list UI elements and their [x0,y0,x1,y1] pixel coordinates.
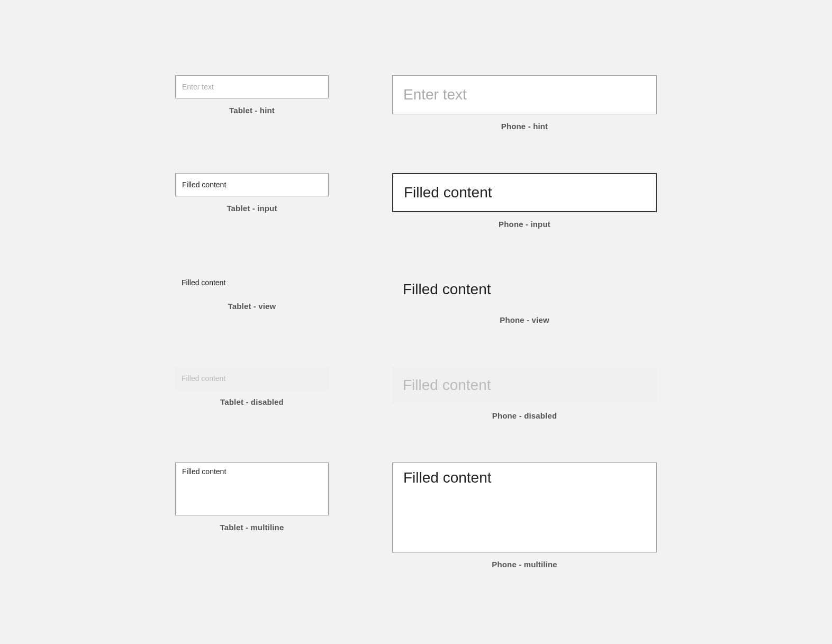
phone-view-group: Filled content Phone - view [392,271,657,324]
tablet-view-text: Filled content [182,278,225,287]
phone-disabled-label: Phone - disabled [492,411,557,420]
phone-multiline-label: Phone - multiline [492,560,557,569]
tablet-disabled-group: Filled content Tablet - disabled [175,367,329,406]
tablet-input-group: Tablet - input [175,173,329,213]
row-disabled: Filled content Tablet - disabled Filled … [64,346,768,441]
phone-view-field: Filled content [392,271,657,308]
phone-input-field[interactable] [392,173,657,212]
phone-view-label: Phone - view [500,315,549,324]
tablet-multiline-field[interactable]: Filled content [175,462,329,515]
tablet-view-label: Tablet - view [228,302,276,311]
tablet-view-group: Filled content Tablet - view [175,271,329,311]
phone-multiline-group: Filled content Phone - multiline [392,462,657,569]
phone-disabled-field: Filled content [392,367,657,404]
tablet-multiline-label: Tablet - multiline [220,523,284,532]
tablet-multiline-group: Filled content Tablet - multiline [175,462,329,532]
row-view: Filled content Tablet - view Filled cont… [64,250,768,346]
phone-multiline-field[interactable]: Filled content [392,462,657,552]
tablet-disabled-field: Filled content [175,367,329,390]
phone-disabled-text: Filled content [403,377,491,394]
phone-hint-label: Phone - hint [501,122,548,131]
main-layout: Tablet - hint Phone - hint Tablet - inpu… [0,43,832,601]
tablet-hint-label: Tablet - hint [229,106,275,115]
row-multiline: Filled content Tablet - multiline Filled… [64,441,768,590]
phone-input-group: Phone - input [392,173,657,229]
phone-view-text: Filled content [403,281,491,298]
row-input: Tablet - input Phone - input [64,152,768,250]
tablet-disabled-text: Filled content [182,374,225,383]
tablet-hint-input[interactable] [175,75,329,98]
tablet-input-label: Tablet - input [227,204,277,213]
tablet-input-field[interactable] [175,173,329,196]
phone-hint-group: Phone - hint [392,75,657,131]
phone-hint-input[interactable] [392,75,657,114]
tablet-view-field: Filled content [175,271,329,294]
phone-disabled-group: Filled content Phone - disabled [392,367,657,420]
phone-input-label: Phone - input [499,220,550,229]
row-hint: Tablet - hint Phone - hint [64,54,768,152]
tablet-hint-group: Tablet - hint [175,75,329,115]
tablet-disabled-label: Tablet - disabled [220,397,284,406]
